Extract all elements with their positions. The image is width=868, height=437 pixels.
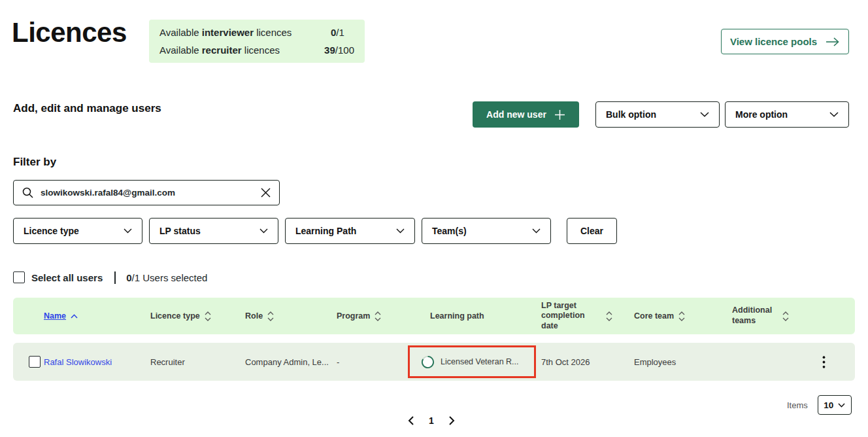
clear-filters-button[interactable]: Clear [567,218,617,244]
row-checkbox[interactable] [29,356,41,368]
chevron-down-icon [700,112,709,117]
teams-filter-label: Team(s) [432,226,467,236]
sort-icon [678,311,685,321]
learning-path-value: Licensed Veteran R... [441,357,519,366]
select-all-label: Select all users [31,272,103,283]
column-header-core-team[interactable]: Core team [634,311,732,321]
recruiter-licences-value: 39/100 [324,44,354,56]
previous-page-icon[interactable] [408,416,414,425]
column-header-learning-path: Learning path [430,311,541,321]
select-all-checkbox[interactable] [13,271,25,283]
chevron-down-icon [829,112,839,117]
page-title: Licences [12,17,127,48]
row-role-cell: Company Admin, Le... [245,357,337,367]
recruiter-licences-label: Available recruiter licences [159,44,324,56]
licences-page: Licences Available interviewer licences … [0,0,868,437]
items-label: Items [787,400,808,410]
users-table-header: Name Licence type Role Program Learning … [13,298,855,334]
view-licence-pools-button[interactable]: View licence pools [721,29,849,54]
view-licence-pools-label: View licence pools [730,36,817,47]
add-new-user-button[interactable]: Add new user [473,101,579,128]
chevron-down-icon [396,228,405,234]
add-new-user-label: Add new user [486,109,546,120]
next-page-icon[interactable] [449,416,455,425]
chevron-down-icon [124,228,132,234]
column-header-additional-teams[interactable]: Additional teams [732,306,822,326]
sort-icon [267,311,274,321]
learning-path-filter-dropdown[interactable]: Learning Path [285,218,415,244]
user-name-link[interactable]: Rafal Slowikowski [44,357,112,367]
manage-users-heading: Add, edit and manage users [13,102,161,115]
pagination: 1 [408,413,455,428]
recruiter-licences-row: Available recruiter licences 39/100 [159,44,354,56]
column-header-lp-target-date[interactable]: LP target completion date [541,301,634,332]
current-page-number[interactable]: 1 [429,415,434,426]
chevron-down-icon [259,228,268,234]
users-selected-count: 0/1 Users selected [126,272,207,283]
teams-filter-dropdown[interactable]: Team(s) [422,218,551,244]
learning-path-filter-label: Learning Path [295,226,356,236]
licence-type-filter-dropdown[interactable]: Licence type [13,218,142,244]
more-option-label: More option [735,109,788,120]
row-core-team-cell: Employees [634,357,732,367]
interviewer-licences-value: 0/1 [331,27,344,38]
page-size-value: 10 [824,400,833,410]
filter-by-heading: Filter by [13,156,56,169]
row-lp-target-date-cell: 7th Oct 2026 [541,357,634,367]
chevron-down-icon [838,403,845,408]
sort-asc-icon [71,314,78,319]
items-per-page-bar: Items 10 [787,395,852,415]
column-header-role[interactable]: Role [245,311,337,321]
licence-type-filter-label: Licence type [24,226,79,236]
column-header-name[interactable]: Name [44,311,150,321]
page-size-dropdown[interactable]: 10 [818,395,852,415]
row-checkbox-cell [13,356,44,368]
column-header-licence-type[interactable]: Licence type [150,311,245,321]
row-menu-cell [822,356,855,368]
search-input[interactable] [41,188,254,198]
row-name-cell: Rafal Slowikowski [44,357,150,367]
plus-icon [554,109,565,120]
annotation-highlight-box: Licensed Veteran R... [408,345,536,378]
kebab-menu-icon[interactable] [822,356,826,368]
sort-icon [606,311,612,321]
loading-spinner-icon [421,355,435,369]
table-row: Rafal Slowikowski Recruiter Company Admi… [13,343,855,381]
lp-status-filter-dropdown[interactable]: LP status [149,218,278,244]
clear-search-icon[interactable] [261,188,271,198]
sort-icon [205,311,211,321]
sort-icon [782,311,789,321]
bulk-option-label: Bulk option [606,109,656,120]
sort-icon [375,311,381,321]
licence-summary-panel: Available interviewer licences 0/1 Avail… [149,20,365,63]
more-option-dropdown[interactable]: More option [725,101,849,128]
column-header-program[interactable]: Program [337,311,430,321]
selection-bar: Select all users 0/1 Users selected [13,270,207,285]
bulk-option-dropdown[interactable]: Bulk option [595,101,720,128]
row-licence-type-cell: Recruiter [150,357,245,367]
lp-status-filter-label: LP status [159,226,201,236]
user-search-box [13,180,280,205]
selection-divider [114,271,116,284]
interviewer-licences-row: Available interviewer licences 0/1 [159,27,354,38]
search-icon [22,187,33,198]
interviewer-licences-label: Available interviewer licences [159,27,331,38]
arrow-right-icon [826,37,840,46]
chevron-down-icon [532,228,541,234]
